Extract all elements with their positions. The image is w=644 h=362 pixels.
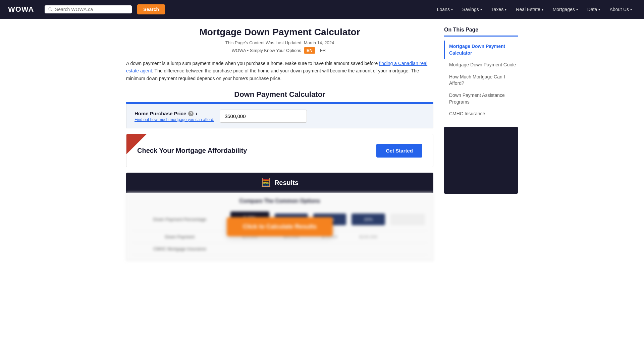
toc-title: On This Page — [444, 27, 518, 37]
get-started-button[interactable]: Get Started — [376, 144, 422, 158]
nav-item-loans[interactable]: Loans ▾ — [433, 4, 457, 15]
toc-item-guide[interactable]: Mortgage Down Payment Guide — [444, 59, 518, 71]
toc-item-assistance[interactable]: Down Payment Assistance Programs — [444, 89, 518, 108]
chevron-down-icon: ▾ — [451, 8, 453, 11]
calculate-overlay: Click to Calculate Results — [126, 193, 433, 260]
results-wrapper: 🧮 Results Compare The Common Options Dow… — [126, 173, 433, 261]
arrow-icon: › — [196, 111, 197, 117]
search-form — [45, 5, 132, 13]
calculate-results-button[interactable]: Click to Calculate Results — [227, 217, 333, 236]
calculator-container: Home Purchase Price ? › Find out how muc… — [126, 103, 433, 128]
page-description: A down payment is a lump sum payment mad… — [126, 60, 433, 82]
info-icon[interactable]: ? — [188, 111, 194, 116]
chevron-down-icon: ▾ — [505, 8, 506, 11]
nav-item-about-us[interactable]: About Us ▾ — [605, 4, 636, 15]
results-header: 🧮 Results — [126, 173, 433, 193]
toc-item-calculator[interactable]: Mortgage Down Payment Calculator — [444, 41, 518, 59]
home-price-input[interactable] — [220, 110, 307, 123]
banner-corner-decoration — [126, 134, 147, 154]
lang-row: WOWA • Simply Know Your Options EN FR — [126, 47, 433, 54]
nav-links: Loans ▾ Savings ▾ Taxes ▾ Real Estate ▾ … — [433, 4, 636, 15]
chevron-down-icon: ▾ — [480, 8, 482, 11]
toc-item-afford[interactable]: How Much Mortgage Can I Afford? — [444, 71, 518, 89]
calc-label-group: Home Purchase Price ? › Find out how muc… — [135, 111, 214, 122]
mortgage-afford-link[interactable]: Find out how much mortgage you can affor… — [135, 117, 214, 122]
nav-item-data[interactable]: Data ▾ — [583, 4, 604, 15]
main-content: Mortgage Down Payment Calculator This Pa… — [126, 27, 433, 261]
nav-item-real-estate[interactable]: Real Estate ▾ — [512, 4, 547, 15]
nav-item-savings[interactable]: Savings ▾ — [458, 4, 486, 15]
svg-point-0 — [49, 8, 51, 10]
chevron-down-icon: ▾ — [576, 8, 578, 11]
lang-en-button[interactable]: EN — [304, 47, 315, 54]
sidebar: On This Page Mortgage Down Payment Calcu… — [444, 27, 518, 261]
search-input[interactable] — [55, 7, 128, 12]
toc-item-cmhc[interactable]: CMHC Insurance — [444, 108, 518, 120]
chevron-down-icon: ▾ — [630, 8, 632, 11]
svg-line-1 — [51, 10, 53, 11]
results-blurred-content: Compare The Common Options Down Payment … — [126, 193, 433, 261]
chevron-down-icon: ▾ — [598, 8, 600, 11]
brand-logo[interactable]: WOWA — [8, 5, 34, 14]
sidebar-advertisement — [444, 127, 518, 194]
search-button[interactable]: Search — [137, 4, 165, 14]
last-updated: This Page's Content Was Last Updated: Ma… — [126, 40, 433, 45]
home-price-label: Home Purchase Price ? › — [135, 111, 214, 117]
banner-divider — [368, 142, 368, 159]
affordability-title: Check Your Mortgage Affordability — [137, 147, 360, 155]
nav-item-taxes[interactable]: Taxes ▾ — [487, 4, 511, 15]
home-price-row: Home Purchase Price ? › Find out how muc… — [126, 104, 433, 128]
nav-item-mortgages[interactable]: Mortgages ▾ — [549, 4, 582, 15]
calculator-icon: 🧮 — [261, 178, 271, 187]
navbar: WOWA Search Loans ▾ Savings ▾ Taxes ▾ Re… — [0, 0, 644, 19]
page-layout: Mortgage Down Payment Calculator This Pa… — [121, 19, 523, 269]
calculator-section-title: Down Payment Calculator — [126, 90, 433, 103]
chevron-down-icon: ▾ — [542, 8, 543, 11]
affordability-banner: Check Your Mortgage Affordability Get St… — [126, 134, 433, 167]
search-icon — [48, 7, 53, 12]
page-title: Mortgage Down Payment Calculator — [126, 27, 433, 38]
lang-fr-button[interactable]: FR — [318, 47, 328, 54]
brand-tagline: WOWA • Simply Know Your Options — [232, 48, 301, 53]
